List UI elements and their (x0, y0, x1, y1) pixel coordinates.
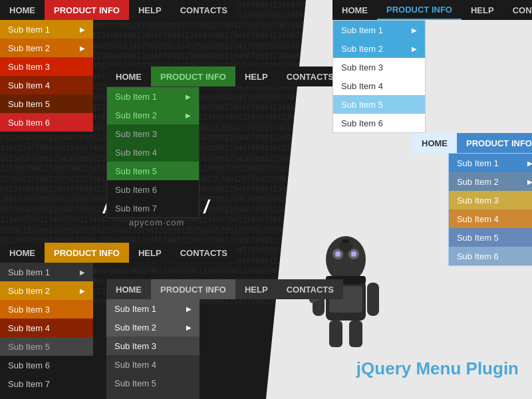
menu5-contacts[interactable]: CONTACTS (277, 279, 343, 299)
chevron-right-icon: ▶ (527, 178, 532, 186)
menu2-subitem-1[interactable]: Sub Item 1▶ (107, 87, 199, 106)
menu2-container: HOME PRODUCT INFO HELP CONTACTS Sub Item… (106, 66, 343, 86)
menu6-product-info[interactable]: PRODUCT INFO (457, 133, 532, 153)
menu5-product-info[interactable]: PRODUCT INFO (151, 279, 235, 299)
menu6-container: HOME PRODUCT INFO Sub Item 1▶ Sub Item 2… (412, 133, 532, 153)
menu6-subitem-2[interactable]: Sub Item 2▶ (449, 172, 532, 191)
menu5-subitem-5[interactable]: Sub Item 5 (106, 374, 200, 392)
menu2-help[interactable]: HELP (235, 66, 277, 86)
menu3-help[interactable]: HELP (462, 0, 503, 20)
menu3-subitem-5[interactable]: Sub Item 5 (333, 95, 425, 114)
menu2-home[interactable]: HOME (106, 66, 151, 86)
chevron-right-icon: ▶ (80, 269, 85, 276)
menu1-dropdown: Sub Item 1▶ Sub Item 2▶ Sub Item 3 Sub I… (0, 20, 93, 132)
menu5-subitem-6[interactable]: Sub Item 6 (106, 392, 200, 399)
menu4-navbar: HOME PRODUCT INFO HELP CONTACTS (0, 243, 237, 263)
chevron-right-icon: ▶ (412, 27, 417, 34)
menu2-dropdown: Sub Item 1▶ Sub Item 2▶ Sub Item 3 Sub I… (106, 86, 200, 218)
menu6-navbar: HOME PRODUCT INFO (412, 133, 532, 153)
menu6-subitem-6[interactable]: Sub Item 6 (449, 247, 532, 265)
svg-rect-10 (349, 321, 362, 347)
menu2-subitem-5[interactable]: Sub Item 5 (107, 162, 199, 180)
svg-rect-13 (342, 239, 349, 243)
menu6-dropdown: Sub Item 1▶ Sub Item 2▶ Sub Item 3 Sub I… (448, 153, 532, 266)
menu2-subitem-7[interactable]: Sub Item 7 (107, 199, 199, 217)
svg-point-3 (335, 251, 340, 257)
menu3-navbar: HOME PRODUCT INFO HELP CONTACTS (332, 0, 532, 20)
menu4-subitem-3[interactable]: Sub Item 3 (0, 300, 93, 319)
menu4-help[interactable]: HELP (129, 243, 171, 263)
menu2-subitem-3[interactable]: Sub Item 3 (107, 124, 199, 143)
menu4-subitem-1[interactable]: Sub Item 1▶ (0, 263, 93, 281)
menu5-subitem-2[interactable]: Sub Item 2▶ (106, 318, 200, 336)
menu3-container: HOME PRODUCT INFO HELP CONTACTS Sub Item… (332, 0, 532, 20)
menu1-container: HOME PRODUCT INFO HELP CONTACTS Sub Item… (0, 0, 237, 20)
menu2-subitem-4[interactable]: Sub Item 4 (107, 143, 199, 162)
menu6-subitem-3[interactable]: Sub Item 3 (449, 191, 532, 209)
menu5-container: HOME PRODUCT INFO HELP CONTACTS Sub Item… (106, 279, 343, 299)
chevron-right-icon: ▶ (412, 45, 417, 53)
menu3-contacts[interactable]: CONTACTS (503, 0, 532, 20)
jquery-plugin-label: jQuery Menu Plugin (356, 358, 519, 379)
chevron-right-icon: ▶ (80, 26, 85, 33)
menu6-subitem-5[interactable]: Sub Item 5 (449, 228, 532, 247)
menu4-subitem-2[interactable]: Sub Item 2▶ (0, 281, 93, 300)
chevron-right-icon: ▶ (80, 287, 85, 295)
svg-rect-9 (329, 321, 342, 347)
menu1-navbar: HOME PRODUCT INFO HELP CONTACTS (0, 0, 237, 20)
menu3-product-info[interactable]: PRODUCT INFO (377, 0, 462, 20)
menu4-subitem-6[interactable]: Sub Item 6 (0, 356, 93, 374)
svg-rect-8 (367, 283, 379, 316)
chevron-right-icon: ▶ (527, 160, 532, 167)
menu5-subitem-1[interactable]: Sub Item 1▶ (106, 299, 200, 318)
menu4-subitem-5[interactable]: Sub Item 5 (0, 337, 93, 356)
chevron-right-icon: ▶ (186, 112, 191, 119)
menu5-subitem-4[interactable]: Sub Item 4 (106, 355, 200, 374)
menu6-subitem-4[interactable]: Sub Item 4 (449, 209, 532, 228)
menu2-product-info[interactable]: PRODUCT INFO (151, 66, 235, 86)
chevron-right-icon: ▶ (80, 45, 85, 52)
menu1-subitem-5[interactable]: Sub Item 5 (0, 94, 93, 113)
menu1-help[interactable]: HELP (129, 0, 171, 20)
menu4-product-info[interactable]: PRODUCT INFO (45, 243, 129, 263)
menu3-subitem-2[interactable]: Sub Item 2▶ (333, 39, 425, 58)
menu1-subitem-2[interactable]: Sub Item 2▶ (0, 39, 93, 57)
menu5-subitem-3[interactable]: Sub Item 3 (106, 336, 200, 355)
menu3-subitem-3[interactable]: Sub Item 3 (333, 58, 425, 76)
menu3-dropdown: Sub Item 1▶ Sub Item 2▶ Sub Item 3 Sub I… (332, 20, 426, 133)
style-sub: apycom·com (103, 217, 210, 227)
menu2-subitem-6[interactable]: Sub Item 6 (107, 180, 199, 199)
menu1-contacts[interactable]: CONTACTS (171, 0, 237, 20)
menu3-subitem-4[interactable]: Sub Item 4 (333, 76, 425, 95)
menu4-dropdown: Sub Item 1▶ Sub Item 2▶ Sub Item 3 Sub I… (0, 263, 93, 393)
menu3-subitem-6[interactable]: Sub Item 6 (333, 114, 425, 132)
menu5-navbar: HOME PRODUCT INFO HELP CONTACTS (106, 279, 343, 299)
chevron-right-icon: ▶ (186, 324, 192, 331)
menu6-subitem-1[interactable]: Sub Item 1▶ (449, 154, 532, 172)
menu5-dropdown: Sub Item 1▶ Sub Item 2▶ Sub Item 3 Sub I… (106, 299, 200, 399)
menu5-help[interactable]: HELP (235, 279, 277, 299)
menu5-home[interactable]: HOME (106, 279, 151, 299)
menu2-subitem-2[interactable]: Sub Item 2▶ (107, 106, 199, 124)
menu6-home[interactable]: HOME (412, 133, 457, 153)
menu1-subitem-1[interactable]: Sub Item 1▶ (0, 20, 93, 39)
menu4-container: HOME PRODUCT INFO HELP CONTACTS Sub Item… (0, 243, 237, 263)
menu4-subitem-7[interactable]: Sub Item 7 (0, 374, 93, 393)
menu2-navbar: HOME PRODUCT INFO HELP CONTACTS (106, 66, 343, 86)
menu3-home[interactable]: HOME (332, 0, 377, 20)
menu1-product-info[interactable]: PRODUCT INFO (45, 0, 129, 20)
menu4-home[interactable]: HOME (0, 243, 45, 263)
menu1-subitem-6[interactable]: Sub Item 6 (0, 113, 93, 132)
svg-point-4 (351, 251, 356, 257)
menu1-home[interactable]: HOME (0, 0, 45, 20)
chevron-right-icon: ▶ (186, 305, 192, 313)
menu3-subitem-1[interactable]: Sub Item 1▶ (333, 21, 425, 39)
menu1-subitem-4[interactable]: Sub Item 4 (0, 76, 93, 94)
menu4-subitem-4[interactable]: Sub Item 4 (0, 319, 93, 337)
chevron-right-icon: ▶ (186, 93, 191, 100)
menu4-contacts[interactable]: CONTACTS (171, 243, 237, 263)
menu1-subitem-3[interactable]: Sub Item 3 (0, 57, 93, 76)
